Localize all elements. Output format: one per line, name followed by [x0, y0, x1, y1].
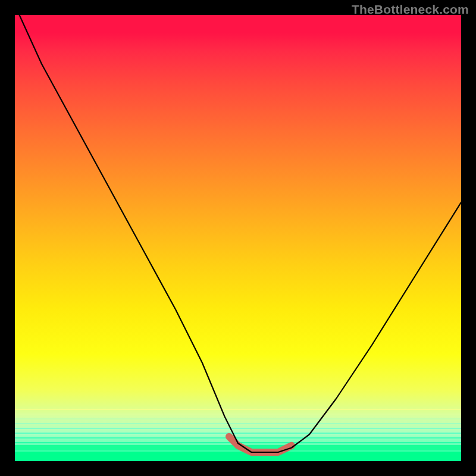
bottleneck-curve: [20, 15, 462, 452]
chart-stage: TheBottleneck.com: [0, 0, 476, 476]
curve-layer: [15, 15, 461, 461]
plot-area: [15, 15, 461, 461]
sweet-spot-marker: [229, 437, 292, 452]
